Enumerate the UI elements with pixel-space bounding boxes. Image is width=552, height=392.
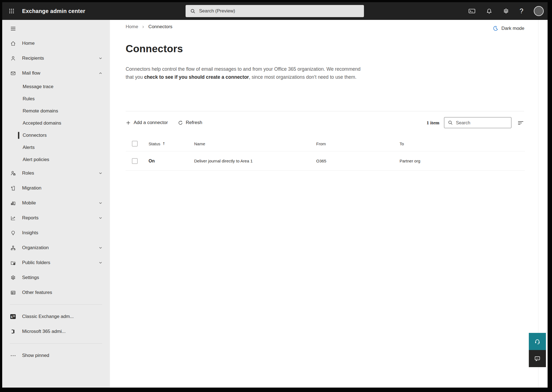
sidebar-item-classic-exchange-admin[interactable]: E Classic Exchange adm... bbox=[2, 309, 110, 324]
select-all-checkbox[interactable] bbox=[132, 141, 138, 146]
sidebar-item-microsoft-365-admin[interactable]: Microsoft 365 admi... bbox=[2, 324, 110, 339]
sidebar-item-remote-domains[interactable]: Remote domains bbox=[2, 105, 110, 117]
row-name[interactable]: Deliver journal directly to Area 1 bbox=[194, 159, 316, 163]
help-icon: ? bbox=[520, 8, 523, 14]
dark-mode-label: Dark mode bbox=[501, 26, 524, 31]
main-content: Home Connectors Dark mode Connectors Con… bbox=[110, 20, 548, 388]
connectors-table: Status ↑ Name From To On Deliver journal… bbox=[126, 136, 525, 171]
sidebar-item-message-trace[interactable]: Message trace bbox=[2, 81, 110, 93]
sidebar-item-organization[interactable]: Organization bbox=[2, 240, 110, 255]
home-icon bbox=[10, 40, 16, 46]
sidebar-item-recipients[interactable]: Recipients bbox=[2, 51, 110, 66]
chevron-down-icon bbox=[98, 201, 103, 205]
svg-text:E: E bbox=[11, 315, 13, 319]
person-icon bbox=[10, 55, 16, 61]
sidebar-item-settings[interactable]: Settings bbox=[2, 270, 110, 285]
global-search-box[interactable] bbox=[186, 5, 364, 17]
sidebar-item-label: Alert policies bbox=[23, 157, 49, 162]
table-row[interactable]: On Deliver journal directly to Area 1 O3… bbox=[126, 151, 525, 171]
sidebar-item-accepted-domains[interactable]: Accepted domains bbox=[2, 117, 110, 129]
sidebar-item-label: Connectors bbox=[23, 133, 47, 138]
person-briefcase-icon bbox=[10, 170, 16, 176]
sidebar-item-label: Classic Exchange adm... bbox=[22, 314, 74, 319]
refresh-button[interactable]: Refresh bbox=[178, 120, 202, 125]
sidebar-item-label: Accepted domains bbox=[23, 120, 61, 126]
sidebar-divider bbox=[10, 304, 102, 305]
view-options-button[interactable] bbox=[517, 120, 524, 126]
sidebar-item-label: Reports bbox=[22, 215, 39, 221]
terminal-icon bbox=[468, 8, 476, 14]
sidebar-item-reports[interactable]: Reports bbox=[2, 211, 110, 225]
table-header-row: Status ↑ Name From To bbox=[126, 136, 525, 151]
sidebar-item-roles[interactable]: Roles bbox=[2, 166, 110, 181]
account-avatar[interactable] bbox=[534, 6, 544, 16]
sidebar-item-label: Roles bbox=[22, 170, 34, 176]
description-emphasis: check to see if you should create a conn… bbox=[144, 74, 249, 80]
sidebar-item-home[interactable]: Home bbox=[2, 36, 110, 51]
microsoft-365-logo-icon bbox=[10, 328, 16, 335]
sidebar-item-alerts[interactable]: Alerts bbox=[2, 141, 110, 154]
command-bar: Add a connector Refresh 1 item bbox=[126, 116, 524, 130]
feedback-button[interactable] bbox=[529, 350, 546, 367]
chevron-right-icon bbox=[141, 25, 145, 29]
search-icon bbox=[190, 8, 196, 14]
ellipsis-icon bbox=[10, 352, 16, 359]
page-description: Connectors help control the flow of emai… bbox=[126, 65, 368, 81]
sidebar-item-label: Remote domains bbox=[23, 108, 58, 114]
sidebar-item-label: Rules bbox=[23, 96, 35, 102]
dark-mode-toggle[interactable]: Dark mode bbox=[493, 25, 524, 31]
sidebar-item-public-folders[interactable]: Public folders bbox=[2, 255, 110, 270]
moon-icon bbox=[493, 25, 498, 31]
notifications-button[interactable] bbox=[486, 8, 492, 14]
gear-icon bbox=[503, 8, 509, 14]
sidebar-item-alert-policies[interactable]: Alert policies bbox=[2, 154, 110, 166]
sidebar-item-label: Insights bbox=[22, 230, 38, 236]
list-search-box[interactable] bbox=[444, 117, 511, 128]
global-search-input[interactable] bbox=[199, 8, 360, 14]
envelope-icon bbox=[10, 70, 16, 76]
sidebar-item-label: Migration bbox=[22, 185, 41, 191]
app-body: Home Recipients Mail flow bbox=[2, 20, 548, 388]
hamburger-menu-icon[interactable] bbox=[10, 25, 16, 31]
sidebar-item-label: Home bbox=[22, 41, 35, 46]
breadcrumb: Home Connectors bbox=[126, 24, 172, 30]
sidebar-item-mobile[interactable]: Mobile bbox=[2, 196, 110, 211]
chevron-down-icon bbox=[98, 261, 103, 265]
chevron-down-icon bbox=[98, 171, 103, 175]
sidebar-item-migration[interactable]: Migration bbox=[2, 181, 110, 196]
sidebar-item-connectors[interactable]: Connectors bbox=[2, 129, 110, 141]
page-title: Connectors bbox=[126, 43, 183, 55]
item-count: 1 item bbox=[427, 120, 439, 126]
help-button[interactable]: ? bbox=[520, 8, 523, 14]
add-connector-button[interactable]: Add a connector bbox=[126, 120, 168, 125]
column-header-to[interactable]: To bbox=[400, 141, 525, 146]
breadcrumb-home-link[interactable]: Home bbox=[126, 24, 138, 30]
settings-button[interactable] bbox=[503, 8, 509, 14]
row-status: On bbox=[149, 159, 194, 164]
sidebar-item-insights[interactable]: Insights bbox=[2, 225, 110, 240]
app-launcher-button[interactable] bbox=[8, 8, 15, 14]
list-search-input[interactable] bbox=[456, 120, 508, 125]
classic-exchange-logo-icon: E bbox=[10, 314, 16, 320]
sidebar-item-label: Organization bbox=[22, 245, 49, 251]
column-header-name[interactable]: Name bbox=[194, 141, 316, 146]
floating-action-buttons bbox=[529, 333, 546, 367]
sidebar-item-label: Settings bbox=[22, 275, 39, 280]
try-new-admin-center-button[interactable] bbox=[468, 8, 476, 14]
sidebar-item-mail-flow[interactable]: Mail flow bbox=[2, 66, 110, 81]
document-arrow-icon bbox=[10, 185, 16, 191]
row-checkbox[interactable] bbox=[132, 158, 138, 164]
sidebar-item-rules[interactable]: Rules bbox=[2, 93, 110, 105]
sidebar-item-other-features[interactable]: Other features bbox=[2, 285, 110, 300]
support-button[interactable] bbox=[529, 333, 546, 350]
sidebar-item-show-pinned[interactable]: Show pinned bbox=[2, 348, 110, 363]
refresh-label: Refresh bbox=[186, 120, 202, 125]
row-from: O365 bbox=[316, 159, 400, 163]
filter-lines-icon bbox=[517, 120, 524, 126]
top-bar: Exchange admin center bbox=[2, 2, 548, 20]
column-header-from[interactable]: From bbox=[316, 141, 400, 146]
headset-icon bbox=[534, 338, 541, 345]
column-header-status[interactable]: Status ↑ bbox=[149, 141, 194, 146]
chevron-down-icon bbox=[98, 56, 103, 60]
table-grid-icon bbox=[10, 290, 16, 296]
